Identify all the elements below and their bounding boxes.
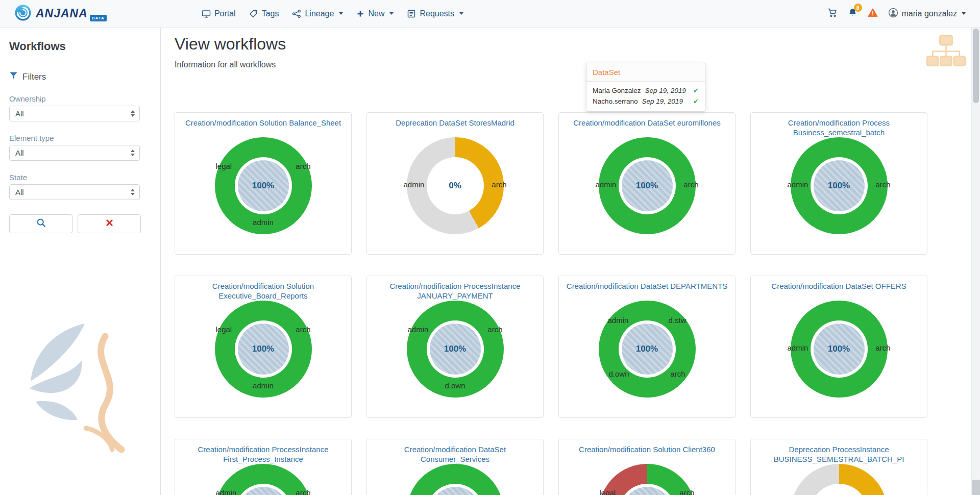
main-content: View workflows Information for all workf…	[161, 28, 980, 495]
workflow-card[interactable]: Creation/modification Process Business_s…	[750, 112, 927, 255]
donut-segment-label: arch	[875, 343, 890, 352]
approver-name: Nacho.serrano	[593, 97, 638, 105]
workflow-card-title: Creation/modification Solution Client360	[559, 439, 735, 459]
donut-segment-label: arch	[296, 488, 310, 495]
ownership-select-value: All	[15, 109, 24, 118]
donut-segment-label: arch	[487, 325, 502, 334]
workflow-donut-chart: 0% adminarch	[407, 137, 504, 234]
donut-percentage: 100%	[828, 181, 850, 191]
workflow-cards-grid: Creation/modification Solution Balance_S…	[175, 112, 927, 495]
workflow-card[interactable]: Creation/modification Solution Client360…	[558, 439, 736, 495]
approver-name: Maria Gonzalez	[593, 87, 641, 94]
workflow-card-title: Creation/modification DataSet OFFERS	[751, 276, 927, 295]
warning-triangle-icon	[868, 8, 878, 19]
donut-segment-label: admin	[408, 325, 429, 334]
brand-logo[interactable]: ANJANA DATA	[14, 4, 107, 23]
cart-icon	[827, 8, 838, 19]
filter-funnel-icon	[9, 71, 18, 82]
nav-requests[interactable]: Requests	[407, 9, 463, 18]
hierarchy-view-icon[interactable]	[926, 35, 966, 74]
nav-portal[interactable]: Portal	[202, 9, 236, 18]
donut-segment-label: admin	[253, 218, 274, 227]
workflow-card-title: Creation/modification DataSet DEPARTMENT…	[559, 276, 735, 295]
chevron-down-icon	[389, 12, 394, 15]
approval-row: Maria Gonzalez Sep 19, 2019 ✔	[586, 85, 705, 96]
scrollbar-thumb[interactable]	[973, 29, 979, 103]
element-type-label: Element type	[9, 134, 160, 142]
anjana-watermark	[24, 321, 152, 461]
nav-lineage[interactable]: Lineage	[292, 9, 343, 18]
donut-segment-label: arch	[683, 180, 698, 189]
lineage-icon	[292, 9, 301, 18]
element-type-select[interactable]: All	[9, 145, 140, 161]
cart-button[interactable]	[827, 8, 838, 19]
alerts-button[interactable]	[868, 8, 878, 19]
top-navbar: ANJANA DATA Portal Tags	[0, 0, 980, 28]
donut-segment-label: arch	[679, 488, 694, 495]
workflow-approvals-popover: DataSet Maria Gonzalez Sep 19, 2019 ✔ Na…	[586, 63, 705, 112]
donut-segment-label: d.own	[609, 369, 629, 378]
vertical-scrollbar[interactable]	[971, 28, 980, 495]
workflow-donut-chart: 100% legalarchadmin	[215, 301, 312, 398]
workflow-card-title: Creation/modification Solution Balance_S…	[175, 113, 351, 132]
approval-row: Nacho.serrano Sep 19, 2019 ✔	[586, 96, 705, 107]
donut-segment-label: legal	[600, 488, 616, 495]
donut-percentage: 100%	[252, 344, 274, 354]
page-title: View workflows	[175, 35, 286, 54]
requests-list-icon	[407, 9, 416, 18]
workflow-donut-chart: 100% adminarch	[215, 464, 312, 495]
donut-segment-label: d.own	[445, 381, 465, 390]
navbar-right: 8 mari	[827, 8, 966, 20]
workflow-card[interactable]: Deprecation ProcessInstance BUSINESS_SEM…	[750, 439, 927, 495]
donut-segment-label: arch	[492, 180, 506, 189]
red-x-icon	[106, 219, 113, 229]
ownership-select[interactable]: All	[9, 106, 140, 121]
ownership-label: Ownership	[9, 94, 160, 103]
workflow-donut-chart: 100% admind.stwd.ownarch	[599, 301, 696, 398]
select-arrows-icon	[131, 189, 135, 195]
workflow-card-title: Creation/modification ProcessInstance Fi…	[175, 439, 351, 459]
nav-tags[interactable]: Tags	[249, 9, 279, 18]
brand-sub: DATA	[90, 15, 107, 21]
workflow-card[interactable]: Creation/modification ProcessInstance Fi…	[175, 439, 352, 495]
workflow-card[interactable]: Creation/modification DataSet Consumer_S…	[366, 439, 544, 495]
workflow-card-title: Deprecation ProcessInstance BUSINESS_SEM…	[751, 439, 927, 459]
workflow-card[interactable]: Creation/modification DataSet DEPARTMENT…	[558, 276, 736, 418]
filters-label: Filters	[22, 72, 46, 82]
donut-percentage: 0%	[449, 181, 461, 191]
workflow-card-title: Creation/modification ProcessInstance JA…	[367, 276, 543, 295]
nav-new[interactable]: New	[356, 9, 394, 18]
donut-segment-label: d.stw	[668, 316, 686, 325]
sidebar-title: Workflows	[9, 40, 160, 53]
nav-new-label: New	[368, 9, 384, 18]
user-menu[interactable]: maria gonzalez	[888, 8, 966, 20]
user-name: maria gonzalez	[902, 9, 958, 18]
workflow-card[interactable]: Creation/modification DataSet euromillon…	[558, 112, 736, 255]
monitor-icon	[202, 9, 211, 18]
chevron-down-icon	[962, 12, 966, 15]
workflow-card[interactable]: Creation/modification Solution Executive…	[175, 276, 352, 418]
donut-segment-label: arch	[296, 162, 310, 170]
workflow-card-title: Creation/modification Solution Executive…	[175, 276, 351, 295]
workflow-card[interactable]: Creation/modification ProcessInstance JA…	[366, 276, 544, 418]
scrollbar-corner	[972, 480, 980, 495]
clear-filters-button[interactable]	[78, 214, 141, 233]
element-type-select-value: All	[15, 148, 24, 157]
workflow-card[interactable]: Deprecation DataSet StoresMadrid 0% admi…	[366, 112, 544, 255]
state-select-value: All	[15, 188, 24, 196]
workflow-card[interactable]: Creation/modification DataSet OFFERS 100…	[750, 276, 927, 418]
nav-tags-label: Tags	[262, 9, 279, 18]
workflow-donut-chart: 100% legalarchadmin	[215, 137, 312, 234]
workflow-donut-chart: legalarch	[599, 464, 696, 495]
workflow-donut-chart: 100% adminarch	[407, 464, 504, 495]
notifications-button[interactable]: 8	[848, 8, 857, 19]
tag-icon	[249, 9, 258, 18]
search-button[interactable]	[9, 214, 72, 233]
workflow-card-title: Creation/modification DataSet Consumer_S…	[367, 439, 543, 459]
nav-lineage-label: Lineage	[305, 9, 334, 18]
workflow-donut-chart: 100% adminarchd.own	[407, 301, 504, 398]
workflow-card[interactable]: Creation/modification Solution Balance_S…	[175, 112, 352, 255]
state-select[interactable]: All	[9, 184, 140, 200]
filters-toggle[interactable]: Filters	[9, 71, 160, 82]
approved-check-icon: ✔	[693, 97, 699, 105]
